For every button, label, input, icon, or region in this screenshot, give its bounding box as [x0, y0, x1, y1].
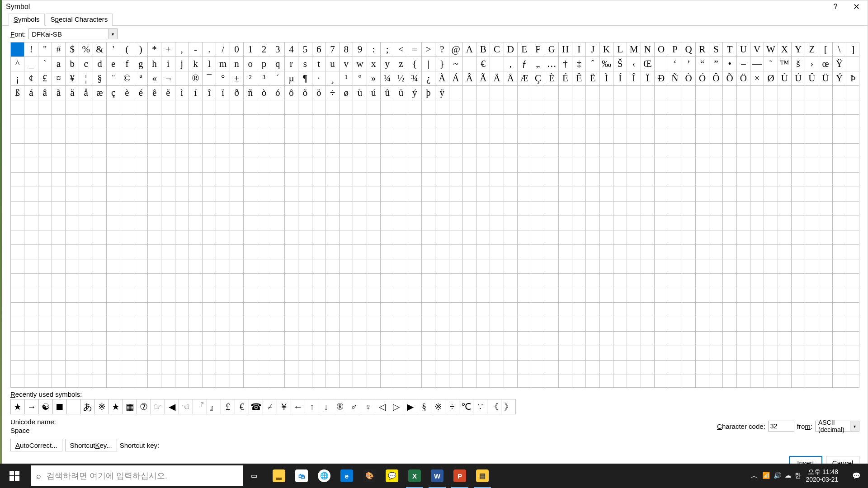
symbol-cell[interactable] [367, 144, 381, 158]
symbol-cell[interactable] [805, 274, 819, 288]
symbol-cell[interactable]: r [285, 57, 298, 71]
symbol-cell[interactable] [24, 100, 38, 115]
symbol-cell[interactable]: Á [449, 71, 463, 86]
symbol-cell[interactable] [613, 274, 627, 288]
symbol-cell[interactable] [24, 346, 38, 361]
ime-icon[interactable]: 한 [795, 472, 801, 480]
symbol-cell[interactable] [600, 158, 613, 173]
symbol-cell[interactable] [216, 245, 230, 259]
symbol-cell[interactable] [641, 202, 655, 216]
symbol-cell[interactable] [586, 173, 599, 187]
symbol-cell[interactable]: " [38, 42, 52, 57]
symbol-cell[interactable] [216, 173, 230, 187]
symbol-cell[interactable] [435, 158, 449, 173]
symbol-cell[interactable] [244, 187, 257, 202]
symbol-cell[interactable] [312, 187, 326, 202]
symbol-cell[interactable]: 7 [326, 42, 340, 57]
symbol-cell[interactable] [778, 230, 792, 245]
symbol-cell[interactable] [353, 303, 367, 317]
symbol-cell[interactable] [353, 187, 367, 202]
symbol-cell[interactable] [668, 346, 682, 361]
symbol-cell[interactable] [600, 216, 613, 230]
symbol-cell[interactable] [723, 144, 736, 158]
symbol-cell[interactable] [244, 202, 257, 216]
symbol-cell[interactable] [161, 202, 175, 216]
symbol-cell[interactable] [668, 144, 682, 158]
symbol-cell[interactable] [120, 216, 134, 230]
symbol-cell[interactable] [559, 86, 572, 100]
symbol-cell[interactable] [381, 317, 394, 332]
symbol-cell[interactable]: ¬ [161, 71, 175, 86]
symbol-grid[interactable]: !"#$%&'()*+,-./0123456789:;<=>?@ABCDEFGH… [10, 42, 859, 388]
symbol-cell[interactable] [778, 259, 792, 274]
symbol-cell[interactable] [627, 129, 641, 144]
symbol-cell[interactable] [545, 216, 559, 230]
symbol-cell[interactable] [367, 100, 381, 115]
symbol-cell[interactable] [490, 100, 504, 115]
symbol-cell[interactable] [559, 216, 572, 230]
symbol-cell[interactable] [394, 375, 408, 388]
symbol-cell[interactable]: 0 [230, 42, 244, 57]
symbol-cell[interactable] [600, 245, 613, 259]
symbol-cell[interactable] [723, 100, 736, 115]
symbol-cell[interactable]: Ë [586, 71, 599, 86]
symbol-cell[interactable]: ‘ [668, 57, 682, 71]
symbol-cell[interactable] [449, 332, 463, 346]
symbol-cell[interactable] [723, 361, 736, 375]
symbol-cell[interactable] [175, 332, 189, 346]
symbol-cell[interactable] [353, 115, 367, 129]
symbol-cell[interactable] [93, 144, 107, 158]
symbol-cell[interactable] [340, 202, 353, 216]
symbol-cell[interactable] [846, 158, 859, 173]
symbol-cell[interactable]: å [79, 86, 93, 100]
symbol-cell[interactable] [737, 259, 750, 274]
symbol-cell[interactable] [613, 361, 627, 375]
symbol-cell[interactable] [572, 245, 586, 259]
symbol-cell[interactable] [161, 303, 175, 317]
symbol-cell[interactable] [504, 187, 518, 202]
recent-symbol[interactable]: ⑦ [137, 399, 151, 414]
symbol-cell[interactable] [435, 230, 449, 245]
symbol-cell[interactable] [189, 202, 203, 216]
symbol-cell[interactable] [24, 115, 38, 129]
symbol-cell[interactable] [559, 202, 572, 216]
symbol-cell[interactable] [52, 100, 66, 115]
symbol-cell[interactable] [79, 288, 93, 303]
symbol-cell[interactable]: Õ [723, 71, 736, 86]
symbol-cell[interactable] [216, 259, 230, 274]
symbol-cell[interactable] [66, 173, 79, 187]
symbol-cell[interactable] [326, 317, 340, 332]
symbol-cell[interactable] [792, 361, 805, 375]
symbol-cell[interactable] [422, 202, 435, 216]
symbol-cell[interactable] [298, 288, 312, 303]
symbol-cell[interactable] [490, 288, 504, 303]
symbol-cell[interactable] [161, 216, 175, 230]
symbol-cell[interactable] [285, 303, 298, 317]
symbol-cell[interactable] [819, 158, 833, 173]
symbol-cell[interactable]: Š [613, 57, 627, 71]
symbol-cell[interactable] [709, 332, 723, 346]
symbol-cell[interactable] [490, 361, 504, 375]
symbol-cell[interactable] [175, 361, 189, 375]
symbol-cell[interactable] [11, 129, 24, 144]
symbol-cell[interactable] [161, 375, 175, 388]
symbol-cell[interactable] [107, 361, 120, 375]
symbol-cell[interactable] [422, 332, 435, 346]
symbol-cell[interactable] [586, 303, 599, 317]
symbol-cell[interactable] [353, 274, 367, 288]
symbol-cell[interactable]: ¹ [340, 71, 353, 86]
symbol-cell[interactable]: R [696, 42, 709, 57]
symbol-cell[interactable]: ± [230, 71, 244, 86]
symbol-cell[interactable] [449, 100, 463, 115]
symbol-cell[interactable] [271, 303, 285, 317]
symbol-cell[interactable] [422, 303, 435, 317]
symbol-cell[interactable] [586, 332, 599, 346]
symbol-cell[interactable]: ó [271, 86, 285, 100]
symbol-cell[interactable] [682, 317, 696, 332]
symbol-cell[interactable] [107, 115, 120, 129]
symbol-cell[interactable] [792, 100, 805, 115]
symbol-cell[interactable]: ï [216, 86, 230, 100]
symbol-cell[interactable] [449, 173, 463, 187]
symbol-cell[interactable] [340, 361, 353, 375]
symbol-cell[interactable] [641, 230, 655, 245]
